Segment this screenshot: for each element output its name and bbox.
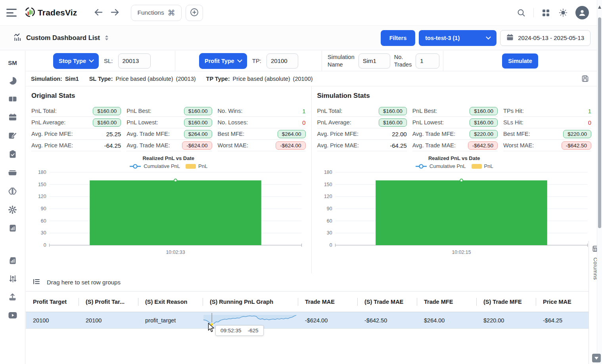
column-header[interactable]: Trade MAE [298,292,357,312]
profile-initials[interactable]: SM [8,59,17,66]
row-groups-text: Drag here to set row groups [47,279,121,286]
stop-type-dropdown[interactable]: Stop Type [53,53,99,69]
simulate-button[interactable]: Simulate [502,53,538,69]
stat-cell: PnL Best:$160.00 [412,105,498,117]
calendar-journal-icon[interactable] [8,113,17,122]
stat-label: Avg. Price MFE: [317,131,359,137]
svg-text:30: 30 [41,230,46,236]
stat-cell: PnL Average:$160.00 [31,117,121,128]
legend-item-bar[interactable]: PnL [186,163,207,169]
apps-grid-icon[interactable] [541,8,551,18]
stat-label: Best MFE: [503,131,530,137]
legend-item-line[interactable]: Cumulative PnL [415,163,466,169]
table-header: Profit Target(S) Profit Tar...(S) Exit R… [26,292,597,312]
chevron-down-icon [486,34,491,40]
table-cell: 20100 [26,312,79,328]
plus-circle-icon [190,8,199,18]
stat-label: TPs Hit: [503,108,524,114]
stat-label: PnL Best: [127,108,151,114]
date-range-picker[interactable]: 2024-05-13 - 2025-05-13 [500,30,590,46]
column-header[interactable]: (S) Profit Tar... [79,292,138,312]
column-header[interactable]: Price MAE [536,292,582,312]
scrollbar-thumb[interactable] [598,17,601,228]
sl-input[interactable] [118,53,151,69]
scrollbar-up-arrow[interactable] [598,6,601,9]
stat-label: PnL Total: [317,108,343,114]
original-stats-title: Original Stats [31,92,306,100]
forward-arrow-icon[interactable] [109,7,121,19]
svg-text:120: 120 [38,194,46,199]
stat-cell: Best MFE:$220.00 [503,128,591,140]
table-cell: $220.00 [476,312,536,328]
simulation-controls: Stop Type SL: Profit Type TP: Simulation… [26,51,597,71]
scroll-down-button[interactable] [592,354,601,362]
back-arrow-icon[interactable] [92,7,105,19]
svg-text:30: 30 [326,230,332,236]
sim-label: Simulation: [31,76,62,82]
svg-text:60: 60 [41,218,46,224]
original-stats-grid: PnL Total:$160.00PnL Best:$160.00No. Win… [31,105,306,151]
brand-logo[interactable]: TradesViz [25,7,77,19]
column-header[interactable]: Trade MFE [417,292,476,312]
pie-chart-icon[interactable] [8,76,17,85]
profit-type-dropdown[interactable]: Profit Type [199,53,247,69]
svg-text:10:02:15: 10:02:15 [452,250,471,255]
table-columns-icon[interactable] [8,95,17,103]
dashboard-select[interactable]: tos-test-3 (1) [419,30,497,46]
brain-icon[interactable] [8,187,17,196]
column-header[interactable]: (S) Trade MAE [357,292,417,312]
stat-value: $160.00 [379,107,407,115]
filters-sliders-icon[interactable] [8,274,17,283]
stat-label: PnL Lowest: [412,119,444,126]
column-header[interactable]: (S) Exit Reason [138,292,203,312]
simulation-name-label: SimulationName [328,53,355,68]
functions-button[interactable]: Functions ⌘ [131,5,181,21]
functions-label: Functions [137,9,164,16]
stat-value: 1 [588,108,591,114]
user-avatar[interactable] [575,6,589,19]
stat-cell: No. Losses:0 [218,117,306,128]
simulation-name-input[interactable] [359,53,390,69]
sim-value: Sim1 [65,76,79,82]
table-row[interactable]: 2010020100profit_target-$624.00-$642.50$… [26,312,597,329]
column-header[interactable]: (S) Running PnL Graph [203,292,298,312]
column-header[interactable]: (S) Trade MFE [476,292,536,312]
date-range-value: 2024-05-13 - 2025-05-13 [518,34,584,41]
stat-value: 22.00 [392,131,407,137]
title-sort-icon[interactable] [104,34,109,42]
settings-gear-icon[interactable] [8,205,17,214]
simulation-pnl-chart: Realized PnL vs DateCumulative PnLPnL180… [317,155,592,259]
notes-edit-icon[interactable] [8,131,17,140]
row-groups-dropzone[interactable]: Drag here to set row groups [26,273,597,292]
save-icon[interactable] [579,74,591,83]
legend-item-line[interactable]: Cumulative PnL [129,163,180,169]
pnl-bar-chart: 180150120906030010:02:33 [31,169,306,259]
theme-sun-icon[interactable] [558,8,568,18]
video-play-icon[interactable] [8,311,17,319]
search-icon[interactable] [516,8,526,18]
stop-type-label: Stop Type [59,58,86,64]
upload-icon[interactable] [8,293,17,302]
main-content: Stop Type SL: Profit Type TP: Simulation… [26,51,597,364]
filters-button[interactable]: Filters [381,30,416,46]
table-cell: $264.00 [417,312,476,328]
stat-value: 25.25 [106,131,121,137]
svg-text:150: 150 [38,182,46,187]
sl-label: SL: [104,57,113,64]
svg-text:150: 150 [324,182,332,187]
inbox-drawer-icon[interactable] [8,168,17,177]
svg-text:90: 90 [41,206,46,212]
report-chart-2-icon[interactable] [8,256,17,265]
menu-icon[interactable] [6,9,17,17]
no-trades-input[interactable] [416,53,439,69]
tp-input[interactable] [266,53,298,69]
legend-item-bar[interactable]: PnL [472,163,493,169]
report-chart-icon[interactable] [8,224,17,233]
clipboard-check-icon[interactable] [8,150,17,158]
add-button[interactable] [186,5,203,21]
stat-value: $160.00 [93,118,121,127]
command-icon: ⌘ [168,8,175,17]
column-header[interactable]: Profit Target [26,292,79,312]
chart-legend: Cumulative PnLPnL [31,163,306,169]
tp-type-label: TP Type: [206,76,230,82]
